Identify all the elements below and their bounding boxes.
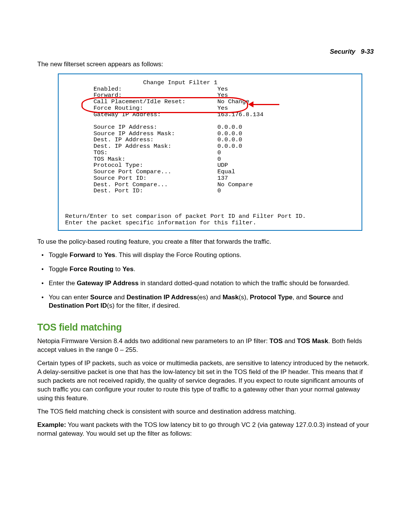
bold: Yes <box>123 265 134 273</box>
txt: Toggle <box>49 251 70 259</box>
bullet-list: Toggle Forward to Yes. This will display… <box>37 251 374 311</box>
bold: Destination Port ID <box>49 302 107 309</box>
txt: . <box>134 265 135 273</box>
bold: Source <box>309 294 331 301</box>
txt: (s), <box>239 294 250 301</box>
txt: in standard dotted-quad notation to whic… <box>139 280 349 287</box>
txt: Enter the <box>49 280 77 287</box>
paragraph-consistency: The TOS field matching check is consiste… <box>37 407 374 416</box>
bold: Gateway IP Address <box>77 280 139 287</box>
bold: TOS Mask <box>297 337 328 345</box>
list-item: You can enter Source and Destination IP … <box>37 293 374 311</box>
txt: and <box>331 294 343 301</box>
txt: and <box>112 294 127 301</box>
terminal-screenshot: Change Input Filter 1 Enabled: Yes Forwa… <box>58 73 362 231</box>
bold: Source <box>90 294 112 301</box>
list-item: Enter the Gateway IP Address in standard… <box>37 279 374 288</box>
txt: , and <box>293 294 309 301</box>
bold: Yes <box>104 251 115 259</box>
txt: You can enter <box>49 294 90 301</box>
example-label: Example: <box>37 421 66 428</box>
list-item: Toggle Force Routing to Yes. <box>37 265 374 274</box>
running-header: Security 9-33 <box>37 48 374 56</box>
paragraph-tos-intro: Netopia Firmware Version 8.4 adds two ad… <box>37 337 374 355</box>
bold: Destination IP Address <box>126 294 197 301</box>
bold: Forward <box>70 251 95 259</box>
txt: Netopia Firmware Version 8.4 adds two ad… <box>37 337 269 345</box>
section-heading: TOS field matching <box>37 321 374 334</box>
txt: to <box>113 265 123 273</box>
txt: to <box>95 251 104 259</box>
bold: Force Routing <box>70 265 113 273</box>
terminal-text: Change Input Filter 1 Enabled: Yes Forwa… <box>62 80 358 226</box>
txt: Toggle <box>49 265 70 273</box>
callout-arrow-icon <box>253 104 279 105</box>
txt: . This will display the Force Routing op… <box>115 251 241 259</box>
txt: and <box>283 337 297 345</box>
bold: TOS <box>269 337 283 345</box>
paragraph-latency: Certain types of IP packets, such as voi… <box>37 359 374 403</box>
bold: Mask <box>223 294 239 301</box>
bold: Protocol Type <box>250 294 293 301</box>
page-number: 9-33 <box>361 48 374 55</box>
txt: (es) and <box>197 294 223 301</box>
intro-paragraph: The new filterset screen appears as foll… <box>37 60 374 69</box>
chapter-name: Security <box>330 48 355 55</box>
policy-paragraph: To use the policy-based routing feature,… <box>37 238 374 246</box>
paragraph-example: Example: You want packets with the TOS l… <box>37 421 374 438</box>
list-item: Toggle Forward to Yes. This will display… <box>37 251 374 260</box>
txt: You want packets with the TOS low latenc… <box>37 421 369 437</box>
txt: (s) for the filter, if desired. <box>107 302 180 309</box>
